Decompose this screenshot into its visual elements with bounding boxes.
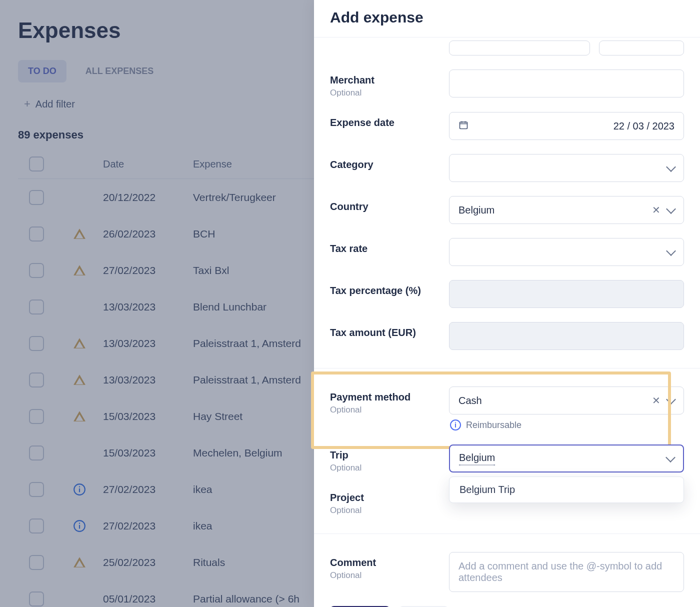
chevron-down-icon bbox=[666, 246, 676, 256]
merchant-input[interactable] bbox=[449, 70, 684, 98]
reimbursable-label: Reimbursable bbox=[466, 420, 522, 430]
chevron-down-icon bbox=[666, 162, 676, 172]
project-optional: Optional bbox=[330, 506, 449, 516]
tax-rate-select[interactable] bbox=[449, 238, 684, 266]
trip-value: Belgium bbox=[459, 452, 495, 466]
country-select[interactable]: Belgium ✕ bbox=[449, 196, 684, 224]
tax-percentage-label: Tax percentage (%) bbox=[330, 285, 449, 296]
trip-select[interactable]: Belgium bbox=[449, 444, 684, 472]
country-label: Country bbox=[330, 201, 449, 212]
comment-label: Comment bbox=[330, 557, 449, 568]
add-expense-drawer: Add expense Merchant Optional Expense da bbox=[314, 0, 700, 607]
category-select[interactable] bbox=[449, 154, 684, 182]
merchant-optional: Optional bbox=[330, 88, 449, 98]
expense-date-input[interactable]: 22 / 03 / 2023 bbox=[449, 112, 684, 140]
info-icon: i bbox=[450, 420, 461, 430]
expense-date-value: 22 / 03 / 2023 bbox=[614, 120, 674, 132]
chevron-down-icon bbox=[666, 204, 676, 214]
payment-method-label: Payment method bbox=[330, 392, 449, 403]
payment-method-optional: Optional bbox=[330, 405, 449, 415]
project-label: Project bbox=[330, 492, 449, 504]
trip-optional: Optional bbox=[330, 463, 449, 473]
payment-method-value: Cash bbox=[458, 395, 482, 406]
chevron-down-icon bbox=[666, 452, 676, 462]
amount-input-partial[interactable] bbox=[449, 40, 590, 56]
category-label: Category bbox=[330, 159, 449, 170]
tax-rate-label: Tax rate bbox=[330, 243, 449, 254]
calendar-icon bbox=[458, 120, 468, 132]
tax-amount-label: Tax amount (EUR) bbox=[330, 327, 449, 338]
comment-optional: Optional bbox=[330, 570, 449, 580]
chevron-down-icon bbox=[666, 394, 676, 404]
trip-dropdown: Belgium Trip bbox=[449, 476, 684, 503]
svg-rect-18 bbox=[460, 122, 468, 128]
clear-icon[interactable]: ✕ bbox=[652, 204, 660, 216]
drawer-title: Add expense bbox=[330, 9, 684, 26]
trip-option[interactable]: Belgium Trip bbox=[460, 484, 674, 496]
comment-input[interactable]: Add a comment and use the @-symbol to ad… bbox=[449, 552, 684, 592]
tax-amount-input bbox=[449, 322, 684, 350]
trip-label: Trip bbox=[330, 450, 449, 461]
payment-method-select[interactable]: Cash ✕ bbox=[449, 386, 684, 414]
clear-icon[interactable]: ✕ bbox=[652, 394, 660, 406]
reimbursable-indicator: i Reimbursable bbox=[449, 420, 684, 430]
merchant-label: Merchant bbox=[330, 74, 449, 86]
currency-input-partial[interactable] bbox=[599, 40, 684, 56]
tax-percentage-input bbox=[449, 280, 684, 308]
expense-date-label: Expense date bbox=[330, 117, 449, 128]
country-value: Belgium bbox=[458, 204, 494, 216]
